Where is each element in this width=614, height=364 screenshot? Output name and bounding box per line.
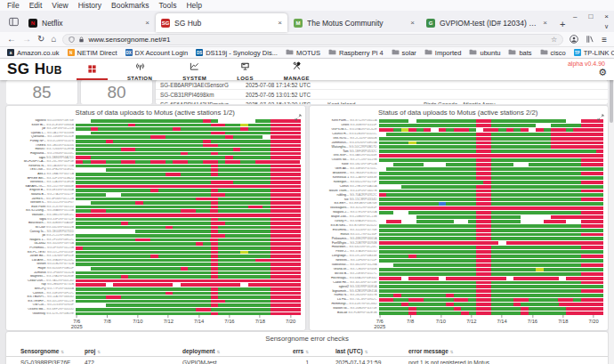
- firefox-view-icon[interactable]: [4, 12, 23, 30]
- station-name: St.Clair: [35, 226, 44, 230]
- account-icon[interactable]: [570, 35, 578, 44]
- tick-label: 7/8: [407, 319, 414, 324]
- tab-close-icon[interactable]: ×: [145, 19, 149, 27]
- menu-item-edit[interactable]: Edit: [29, 1, 43, 10]
- bookmark-item[interactable]: DSDS119j - Synology Dis...: [196, 49, 278, 57]
- bookmark-item[interactable]: TPTP-LINK Cloud: [574, 49, 614, 57]
- bookmark-folder[interactable]: ubuntu: [469, 49, 500, 57]
- nav-item-manage[interactable]: MANAGE: [282, 59, 311, 80]
- heatmap-segment: [76, 148, 121, 151]
- heatmap-segment: [211, 295, 218, 299]
- heatmap-segment: [218, 255, 271, 258]
- menu-icon[interactable]: ≡: [602, 35, 607, 44]
- station-label: La Fla...SG-74C3RPI4902C: [313, 298, 379, 302]
- heatmap-segment: [379, 250, 476, 254]
- error-col-header[interactable]: proj⇅: [85, 348, 182, 354]
- tab-close-icon[interactable]: ×: [543, 19, 547, 27]
- recent-upload-row[interactable]: SG-CB31RPI46982km2025-07-05 13:01:52 UTC: [156, 90, 608, 100]
- bookmark-folder[interactable]: Imported: [424, 49, 462, 57]
- recent-upload-row[interactable]: SG-EB6ARPI3AEC0SensorG2025-07-08 17:14:5…: [156, 80, 608, 90]
- bookmark-item[interactable]: NNETIM Direct: [68, 49, 117, 57]
- heatmap-bar: [76, 198, 301, 201]
- browser-tab[interactable]: GGVPIOM-test (ID# 12034) - Rec...×: [421, 13, 553, 32]
- heatmap-row: La Fla...SG-74C3RPI4902C: [313, 298, 604, 302]
- close-button[interactable]: ×: [604, 12, 609, 20]
- heatmap-bar: [76, 173, 301, 176]
- nav-item-system[interactable]: SYSTEM: [181, 59, 208, 80]
- recent-upload-row[interactable]: SG-6F6ARPI4142BJDmotus2025-07-03 15:17:3…: [156, 100, 608, 104]
- lock-icon: [78, 36, 85, 43]
- error-col-header[interactable]: errs⇅: [271, 348, 309, 354]
- x-axis-tick: 7/20: [286, 315, 295, 324]
- station-serial: SG-70A2RPI4912C: [350, 194, 377, 198]
- bookmark-item[interactable]: DXDX Account Login: [125, 49, 189, 57]
- station-label: HayleSG-6D00RPI4B11F: [10, 267, 76, 271]
- error-col-header[interactable]: last (UTC)⇅: [309, 348, 398, 354]
- station-serial: SG-329CRPI4B59E: [46, 312, 74, 315]
- url-text[interactable]: www.sensorgnome.net/#1: [88, 36, 547, 44]
- bookmark-folder[interactable]: bats: [508, 49, 531, 57]
- station-serial: SG-52A3RPI41E0B: [46, 181, 74, 184]
- heatmap-segment: [211, 230, 218, 233]
- menu-item-file[interactable]: File: [7, 1, 20, 10]
- new-tab-button[interactable]: +: [553, 19, 571, 29]
- nav-item-dashboard[interactable]: [85, 59, 99, 80]
- minimize-button[interactable]: –: [573, 12, 577, 20]
- menu-item-tools[interactable]: Tools: [159, 1, 177, 10]
- menu-item-view[interactable]: View: [52, 1, 68, 10]
- error-col-header[interactable]: Sensorgnome⇅: [20, 348, 85, 354]
- heatmap-segment: [196, 308, 211, 311]
- tab-close-icon[interactable]: ×: [410, 19, 415, 27]
- tab-close-icon[interactable]: ×: [278, 19, 282, 27]
- page-scrollbar[interactable]: [609, 59, 614, 364]
- heatmap-rows[interactable]: Kent Farm...SG-8752RPI36D2ALewisSG-36B9R…: [313, 119, 604, 315]
- heatmap-rows[interactable]: sqpitestSG-0398RPI3E76ESilver Bi...SG-4C…: [10, 119, 301, 315]
- browser-tab[interactable]: SGSG Hub×: [156, 13, 287, 32]
- app-brand[interactable]: SG Hub: [7, 61, 62, 78]
- heatmap-row: sqpitestSG-0398RPI3E76E: [10, 119, 301, 123]
- error-col-header[interactable]: error message⇅: [398, 348, 608, 354]
- error-row[interactable]: SG-0398RPI3E76E472GVPIOM-test12025-07-14…: [6, 357, 608, 364]
- heatmap-segment: [581, 289, 603, 293]
- settings-gear-icon[interactable]: ⚙: [598, 68, 607, 77]
- heatmap-segment: [581, 246, 603, 249]
- heatmap-segment: [491, 158, 581, 162]
- nav-item-logs[interactable]: LOGS: [235, 59, 255, 80]
- browser-tab[interactable]: NNetflix×: [23, 13, 155, 32]
- bookmark-folder[interactable]: Raspberry Pi 4: [328, 49, 384, 57]
- bookmark-folder[interactable]: MOTUS: [286, 49, 320, 57]
- forward-button[interactable]: →: [22, 35, 31, 44]
- error-col-header[interactable]: deployment⇅: [182, 348, 271, 354]
- maximize-button[interactable]: □: [588, 12, 593, 20]
- station-name: SG-PC-TEST: [27, 251, 45, 255]
- nav-item-station[interactable]: STATION: [125, 59, 154, 80]
- heatmap-segment: [551, 137, 603, 141]
- heatmap-bar: [76, 295, 301, 299]
- station-name: Pelee 2...: [335, 250, 349, 254]
- dashboard-icon: [87, 61, 97, 77]
- heatmap-row: HayleSG-6D00RPI4B11F: [10, 267, 301, 271]
- bookmark-folder[interactable]: solar: [392, 49, 416, 57]
- heatmap-segment: [581, 224, 603, 228]
- recent-cell: 2025-07-03 15:17:30 UTC: [246, 101, 327, 105]
- back-button[interactable]: ←: [7, 35, 16, 44]
- home-button[interactable]: ⌂: [51, 35, 56, 44]
- expand-icon[interactable]: [597, 109, 604, 125]
- url-bar[interactable]: www.sensorgnome.net/#1 ☆: [62, 34, 563, 45]
- station-serial: SG-31E0RPI4F22C: [46, 292, 74, 295]
- heatmap-segment: [271, 247, 301, 250]
- browser-tab[interactable]: MThe Motus Community×: [288, 13, 420, 32]
- menu-item-help[interactable]: Help: [186, 1, 201, 10]
- library-icon[interactable]: [586, 35, 594, 44]
- bookmark-star-icon[interactable]: ☆: [551, 36, 557, 44]
- heatmap-row: Kent Farm...SG-8752RPI36D2A: [313, 119, 604, 123]
- heatmap-segment: [166, 226, 173, 230]
- menu-item-bookmarks[interactable]: Bookmarks: [111, 1, 149, 10]
- list-all-tabs-button[interactable]: ∨: [604, 23, 609, 30]
- menu-item-history[interactable]: History: [78, 1, 101, 10]
- reload-button[interactable]: ↻: [37, 35, 44, 44]
- heatmap-bar: [76, 135, 301, 139]
- bookmark-item[interactable]: aAmazon.co.uk: [7, 49, 60, 57]
- expand-icon[interactable]: [295, 109, 302, 125]
- bookmark-folder[interactable]: cisco: [540, 49, 566, 57]
